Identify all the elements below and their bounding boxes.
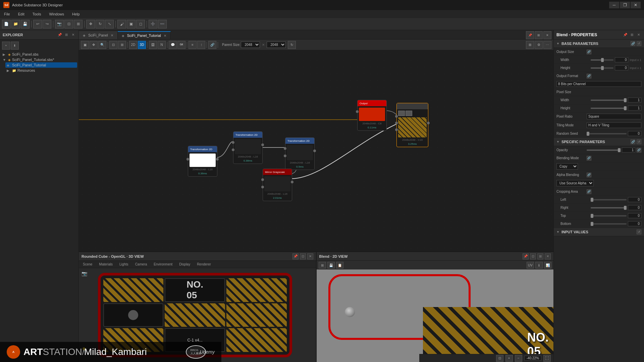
graph-frame-btn[interactable]: ⊡ xyxy=(109,41,117,49)
graph-select-btn[interactable]: ▣ xyxy=(81,41,89,49)
node-blend-selected[interactable]: 2048x2048 - C16 3.25ms xyxy=(396,103,428,147)
subtract-button[interactable]: ➖ xyxy=(158,20,167,28)
tab-environment[interactable]: Environment xyxy=(152,262,174,267)
tab-scene[interactable]: Scene xyxy=(81,262,94,267)
view2d-pin-btn[interactable]: 📌 xyxy=(523,253,529,259)
input-values-section[interactable]: ▼ INPUT VALUES ↺ xyxy=(554,228,644,236)
add-button[interactable]: ➕ xyxy=(149,20,157,28)
node-port-in-6a[interactable] xyxy=(395,115,398,118)
graph-pan-btn[interactable]: ✥ xyxy=(90,41,98,49)
specific-params-section[interactable]: ▼ SPECIFIC PARAMETERS 🔗 ↺ xyxy=(554,138,644,146)
graph-2d-btn[interactable]: 2D xyxy=(129,41,137,49)
tree-item-graph[interactable]: ◈ SciFi_Panel_Tutorial xyxy=(5,62,77,68)
output-size-link[interactable]: 🔗 xyxy=(587,50,591,54)
graph-normal-btn[interactable]: N xyxy=(158,41,166,49)
tab-materials[interactable]: Materials xyxy=(97,262,115,267)
graph-comment-btn[interactable]: 💬 xyxy=(169,41,177,49)
graph-texture-btn[interactable]: 🖼 xyxy=(149,41,157,49)
graph-navigate-btn[interactable]: 🗺 xyxy=(177,41,185,49)
redo-button[interactable]: ↪ xyxy=(43,20,51,28)
tab-display[interactable]: Display xyxy=(177,262,192,267)
alpha-link[interactable]: 🔗 xyxy=(587,173,591,177)
height-slider-handle[interactable] xyxy=(601,66,604,70)
v2d-zoom-reset[interactable]: ⊡ xyxy=(496,355,503,362)
select-button[interactable]: ▣ xyxy=(127,20,136,28)
tab-camera[interactable]: Camera xyxy=(133,262,149,267)
menu-file[interactable]: File xyxy=(3,11,11,17)
zoom-fit-button[interactable]: ⊡ xyxy=(64,20,73,28)
menu-tools[interactable]: Tools xyxy=(31,11,43,17)
props-expand-btn[interactable]: ⊞ xyxy=(629,32,635,38)
paint-button[interactable]: 🖌 xyxy=(117,20,126,28)
px-height-handle[interactable] xyxy=(624,106,627,110)
node-port-out-4[interactable] xyxy=(291,181,293,183)
crop-right-track[interactable] xyxy=(591,207,627,208)
node-transformation-1[interactable]: Transformation 2D 2048x2048 - L16 0.36ms xyxy=(188,146,217,177)
width-slider-track[interactable] xyxy=(591,59,613,61)
view2d-expand-btn[interactable]: ⊞ xyxy=(537,253,543,259)
v2d-info-btn[interactable]: ℹ xyxy=(535,262,543,268)
px-width-track[interactable] xyxy=(591,100,627,101)
crop-left-handle[interactable] xyxy=(591,198,593,202)
view3d-close-btn[interactable]: ✕ xyxy=(307,253,313,259)
blending-link[interactable]: 🔗 xyxy=(587,156,591,161)
node-port-in-6b[interactable] xyxy=(395,122,398,124)
output-format-link[interactable]: 🔗 xyxy=(587,74,591,78)
parent-size-select[interactable]: 20481024512256 xyxy=(241,42,260,48)
window-controls[interactable]: ─ ❐ ✕ xyxy=(609,2,641,8)
props-pin-btn[interactable]: 📌 xyxy=(623,32,628,38)
node-graph[interactable]: Transformation 2D 2048x2048 - L16 0.36ms… xyxy=(79,50,553,251)
node-port-in-2b[interactable] xyxy=(232,148,234,151)
crop-right-handle[interactable] xyxy=(624,206,627,210)
specific-chain-btn[interactable]: 🔗 xyxy=(631,139,635,144)
tree-item-scifi-panel[interactable]: ▶ ◈ SciFi_Panel.sbs xyxy=(1,52,77,57)
graph-layout-btn[interactable]: ⊞ xyxy=(526,41,534,49)
node-port-out-1[interactable] xyxy=(216,158,219,161)
graph-more-btn[interactable]: ⋯ xyxy=(543,41,551,49)
explorer-import-btn[interactable]: ⬇ xyxy=(11,42,19,50)
props-close-btn[interactable]: ✕ xyxy=(636,32,641,38)
node-mirror-grayscale[interactable]: Mirror Grayscale 2048x2048 - L16 2.01ms xyxy=(263,169,292,201)
crop-left-track[interactable] xyxy=(591,199,627,200)
view2d-close-btn[interactable]: ✕ xyxy=(545,253,551,259)
explorer-new-btn[interactable]: + xyxy=(2,42,10,50)
v2d-chart-btn[interactable]: 📊 xyxy=(544,262,551,268)
node-port-out-2[interactable] xyxy=(261,143,264,146)
v2d-zoom-in[interactable]: + xyxy=(505,355,513,362)
node-port-in-3b[interactable] xyxy=(284,155,286,157)
tab-pin-button[interactable]: 📌 xyxy=(526,31,534,39)
node-port-in-3a[interactable] xyxy=(284,147,286,150)
cropping-link[interactable]: 🔗 xyxy=(587,189,591,194)
node-output-red[interactable]: Output 2048x2048 - C8 0.11ms xyxy=(357,100,387,131)
new-button[interactable]: 📄 xyxy=(2,20,11,28)
rotate-button[interactable]: ↻ xyxy=(96,20,104,28)
opacity-handle[interactable] xyxy=(618,148,621,152)
output-size-select[interactable]: 20481024512 xyxy=(267,42,286,48)
camera-button[interactable]: 📷 xyxy=(55,20,64,28)
node-port-in-2a[interactable] xyxy=(232,141,234,144)
tree-item-resources[interactable]: ▶ 📁 Resources xyxy=(5,68,77,73)
graph-3d-btn[interactable]: 3D xyxy=(138,41,146,49)
node-transformation-2[interactable]: Transformation 2D 2048x2048 - L16 0.38ms xyxy=(233,131,263,164)
alpha-blending-select[interactable]: Use Source Alpha Straight Premultiplied xyxy=(556,180,594,186)
tab-renderer[interactable]: Renderer xyxy=(195,262,213,267)
base-params-section[interactable]: ▼ BASE PARAMETERS 🔗 ↺ xyxy=(554,40,644,48)
graph-refresh-btn[interactable]: ↻ xyxy=(288,41,296,49)
grid-button[interactable]: ⊞ xyxy=(74,20,83,28)
width-slider-handle[interactable] xyxy=(601,58,604,62)
open-button[interactable]: 📁 xyxy=(11,20,20,28)
specific-reset-btn[interactable]: ↺ xyxy=(637,139,641,144)
minimize-button[interactable]: ─ xyxy=(609,2,619,8)
save-button[interactable]: 💾 xyxy=(21,20,30,28)
crop-top-track[interactable] xyxy=(591,215,627,217)
node-port-in-4b[interactable] xyxy=(261,186,264,188)
node-port-out-6[interactable] xyxy=(427,122,430,124)
tab-expand-button[interactable]: ⊞ xyxy=(535,31,543,39)
node-port-in-4a[interactable] xyxy=(261,178,264,181)
input-reset-btn[interactable]: ↺ xyxy=(637,230,641,234)
menu-edit[interactable]: Edit xyxy=(17,11,26,17)
graph-link-btn[interactable]: 🔗 xyxy=(208,41,216,49)
close-button[interactable]: ✕ xyxy=(631,2,641,8)
v2d-save-btn[interactable]: 💾 xyxy=(327,262,335,268)
opacity-track[interactable] xyxy=(587,149,621,151)
